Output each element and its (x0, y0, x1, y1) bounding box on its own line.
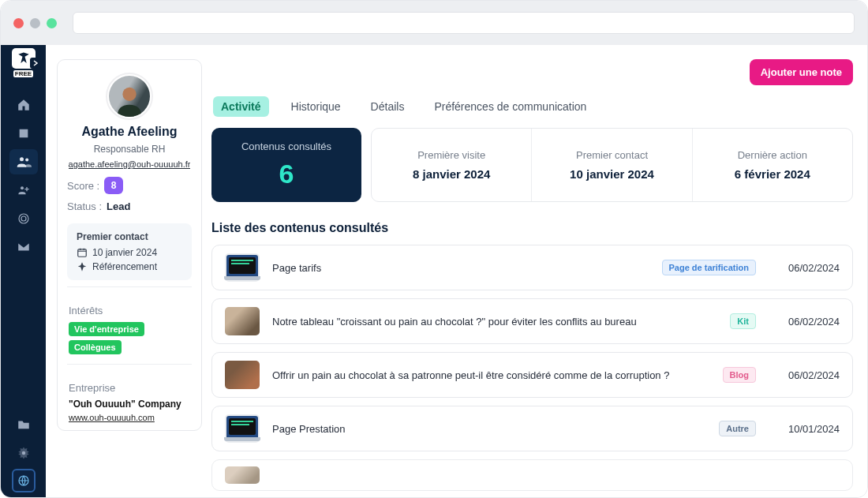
svg-point-0 (20, 157, 24, 161)
stat-label: Première visite (417, 149, 485, 161)
content-title: Page Prestation (272, 423, 706, 435)
home-icon (17, 98, 31, 112)
content-type-badge: Autre (719, 421, 756, 436)
svg-point-1 (25, 159, 28, 162)
globe-icon (17, 474, 31, 488)
activity-tabs: Activité Historique Détails Préférences … (211, 96, 853, 117)
svg-rect-8 (78, 249, 87, 256)
content-date: 06/02/2024 (769, 316, 840, 328)
svg-point-2 (21, 186, 24, 189)
nav-folder[interactable] (9, 412, 38, 437)
first-contact-source-row: Référencement (77, 261, 182, 272)
content-row[interactable]: Notre tableau "croissant ou pain au choc… (211, 298, 853, 344)
nav-targets[interactable] (9, 206, 38, 231)
nav-settings[interactable] (9, 440, 38, 466)
folder-icon (17, 417, 31, 432)
calendar-icon (77, 247, 88, 258)
svg-point-3 (19, 214, 28, 223)
window-traffic-lights (13, 18, 57, 28)
status-row: Status : Lead (67, 200, 130, 212)
contact-avatar (109, 76, 150, 117)
content-thumbnail (225, 307, 260, 335)
content-row[interactable]: Offrir un pain au chocolat à sa patronne… (211, 352, 853, 398)
first-contact-date: 10 janvier 2024 (92, 247, 157, 258)
users-icon (16, 154, 32, 170)
company-title: Entreprise (69, 382, 190, 394)
stats-hero-label: Contenus consultés (241, 140, 331, 152)
window-maximize-dot[interactable] (47, 18, 57, 28)
laptop-icon (226, 416, 258, 441)
app-sidebar: FREE (1, 45, 46, 498)
nav-add-user[interactable] (9, 178, 38, 203)
first-contact-date-row: 10 janvier 2024 (77, 247, 182, 258)
add-note-button[interactable]: Ajouter une note (750, 59, 853, 85)
bird-icon (17, 51, 31, 66)
gear-icon (17, 446, 31, 460)
content-title: Page tarifs (272, 262, 649, 274)
content-type-badge: Blog (723, 367, 756, 383)
content-thumbnail (225, 361, 260, 389)
content-date: 06/02/2024 (769, 369, 840, 381)
content-list: Page tarifs Page de tarification 06/02/2… (211, 245, 853, 497)
browser-chrome (1, 1, 867, 45)
interests-title: Intérêts (69, 305, 190, 316)
stat-label: Dernière action (738, 149, 807, 161)
svg-point-7 (122, 88, 136, 101)
interests-section: Intérêts Vie d'entreprise Collègues (67, 305, 192, 358)
content-thumbnail (225, 414, 260, 443)
contact-main-panel: Ajouter une note Activité Historique Dét… (211, 59, 853, 498)
content-date: 06/02/2024 (769, 262, 840, 274)
free-plan-badge: FREE (13, 70, 33, 77)
svg-point-4 (21, 216, 26, 221)
tab-communication-prefs[interactable]: Préférences de communication (426, 96, 594, 117)
envelope-icon (17, 240, 31, 254)
window-close-dot[interactable] (13, 18, 24, 28)
sidebar-expand-icon[interactable] (30, 58, 41, 69)
stats-hero-value: 6 (279, 159, 294, 189)
first-contact-source: Référencement (92, 261, 157, 272)
contact-email[interactable]: agathe.afeeling@ouh-ouuuuh.fr (69, 159, 191, 169)
company-section: Entreprise "Ouh Ouuuuh" Company www.ouh-… (67, 382, 192, 424)
first-contact-box: Premier contact 10 janvier 2024 Référenc… (67, 223, 192, 280)
user-plus-icon (17, 184, 30, 197)
pin-icon (77, 261, 88, 272)
interest-tag[interactable]: Collègues (69, 340, 122, 354)
tab-history[interactable]: Historique (283, 96, 349, 117)
window-minimize-dot[interactable] (30, 18, 40, 28)
stat-value: 8 janvier 2024 (413, 167, 490, 181)
stat-label: Premier contact (576, 149, 648, 161)
nav-mail[interactable] (9, 234, 38, 260)
nav-home[interactable] (9, 92, 38, 118)
interest-tag[interactable]: Vie d'entreprise (69, 322, 144, 336)
tab-details[interactable]: Détails (363, 96, 413, 117)
app-logo[interactable]: FREE (8, 48, 39, 81)
first-contact-header: Premier contact (77, 231, 182, 242)
status-label: Status : (67, 200, 102, 212)
contact-role: Responsable RH (94, 144, 166, 155)
nav-content[interactable] (9, 121, 38, 146)
tab-activity[interactable]: Activité (213, 96, 269, 117)
stat-value: 6 février 2024 (735, 167, 810, 181)
avatar-ring (106, 73, 153, 120)
contact-name: Agathe Afeeling (81, 125, 177, 139)
content-date: 10/01/2024 (769, 423, 840, 435)
score-badge: 8 (104, 177, 123, 194)
content-row-partial[interactable] (211, 459, 853, 491)
stat-value: 10 janvier 2024 (570, 167, 654, 181)
content-thumbnail (225, 466, 260, 484)
content-list-title: Liste des contenus consultés (211, 221, 853, 235)
stats-hero-card: Contenus consultés 6 (211, 128, 361, 202)
stats-summary-card: Première visite 8 janvier 2024 Premier c… (371, 128, 853, 202)
content-type-badge: Kit (730, 313, 756, 329)
score-row: Score : 8 (67, 177, 123, 194)
stat-col-first-visit: Première visite 8 janvier 2024 (372, 129, 531, 201)
address-bar[interactable] (73, 12, 855, 34)
nav-contacts[interactable] (9, 149, 38, 174)
language-switcher[interactable] (12, 469, 36, 492)
content-title: Offrir un pain au chocolat à sa patronne… (272, 369, 710, 381)
content-row[interactable]: Page Prestation Autre 10/01/2024 (211, 406, 853, 451)
company-website[interactable]: www.ouh-ouuuuh.com (69, 413, 155, 422)
content-row[interactable]: Page tarifs Page de tarification 06/02/2… (211, 245, 853, 290)
content-title: Notre tableau "croissant ou pain au choc… (272, 316, 717, 328)
content-thumbnail (225, 253, 260, 282)
